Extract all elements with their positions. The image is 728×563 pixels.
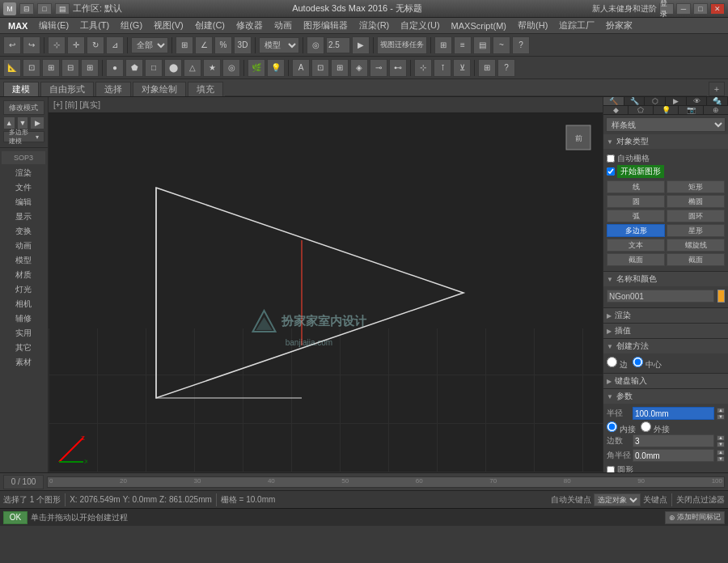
inscribed-radio[interactable] xyxy=(607,421,617,432)
tb2-donut[interactable]: ◎ xyxy=(222,59,240,77)
section-btn[interactable]: 截面 xyxy=(607,253,665,266)
tb-3d[interactable]: 3D xyxy=(234,36,252,54)
tb2-f[interactable]: ⊷ xyxy=(389,59,407,77)
maximize-btn[interactable]: □ xyxy=(693,3,708,15)
tb2-question2[interactable]: ? xyxy=(497,59,515,77)
tb-angle[interactable]: ∠ xyxy=(195,36,213,54)
menu-item-help[interactable]: 帮助(H) xyxy=(513,18,552,33)
sidebar-light[interactable]: 灯光 xyxy=(2,282,45,297)
sidebar-aux[interactable]: 辅修 xyxy=(2,311,45,326)
menu-item-view[interactable]: 视图(V) xyxy=(149,18,188,33)
menu-item-modifier[interactable]: 修改器 xyxy=(231,18,268,33)
tb2-tri[interactable]: △ xyxy=(184,59,201,77)
kbd-input-header[interactable]: ▶ 键盘输入 xyxy=(603,374,728,388)
menu-item-custom[interactable]: 自定义(U) xyxy=(396,18,444,33)
creation-method-header[interactable]: ▼ 创建方法 xyxy=(603,339,728,353)
radius-up[interactable]: ▲ xyxy=(717,408,725,413)
view-dropdown[interactable]: 全部 xyxy=(131,37,168,53)
value-input[interactable] xyxy=(326,37,350,53)
ngon-btn[interactable]: 多边形 xyxy=(607,224,665,237)
panel-tab-create[interactable]: 🔨 xyxy=(603,97,624,105)
tb-scale[interactable]: ⊿ xyxy=(106,36,124,54)
menu-item-trace[interactable]: 追踪工厂 xyxy=(554,18,599,33)
tb2-i[interactable]: ⊻ xyxy=(453,59,471,77)
center-radio[interactable] xyxy=(633,357,643,367)
tb2-cone[interactable]: ⬟ xyxy=(125,59,143,77)
sidebar-other[interactable]: 其它 xyxy=(2,341,45,355)
sidebar-material[interactable]: 材质 xyxy=(2,268,45,282)
corner-up[interactable]: ▲ xyxy=(717,435,725,441)
line-btn[interactable]: 线 xyxy=(607,180,665,193)
tab-add-btn[interactable]: + xyxy=(709,82,725,96)
name-color-header[interactable]: ▼ 名称和颜色 xyxy=(603,272,728,286)
tab-fill[interactable]: 填充 xyxy=(188,82,223,96)
tab-paint[interactable]: 对象绘制 xyxy=(133,82,186,96)
circle-btn[interactable]: 圆 xyxy=(607,195,665,208)
tb-curve[interactable]: ~ xyxy=(493,36,510,54)
minimize-btn[interactable]: ─ xyxy=(676,3,691,15)
rect-btn[interactable]: 矩形 xyxy=(667,180,725,193)
tb2-cyl[interactable]: ⬤ xyxy=(164,59,182,77)
menu-item-tools[interactable]: 工具(T) xyxy=(75,18,114,33)
tb2-grid[interactable]: ⊞ xyxy=(478,59,496,77)
menu-item-maxscript[interactable]: MAXScript(M) xyxy=(447,19,511,32)
arc-btn[interactable]: 弧 xyxy=(607,210,665,222)
autogrid-checkbox[interactable] xyxy=(607,155,615,163)
panel-tab-hier[interactable]: ⬡ xyxy=(645,97,666,105)
tb-layers[interactable]: ▤ xyxy=(473,36,491,54)
tb2-a[interactable]: A xyxy=(292,59,310,77)
tb2-b[interactable]: ⊡ xyxy=(311,59,329,77)
menu-item-bjj[interactable]: 扮家家 xyxy=(601,18,637,33)
circumscribed-radio[interactable] xyxy=(641,421,651,432)
tb2-box[interactable]: □ xyxy=(145,59,163,77)
tb-btn-2[interactable]: □ xyxy=(37,3,52,15)
tab-modeling[interactable]: 建模 xyxy=(3,82,39,96)
menu-item-render[interactable]: 渲染(R) xyxy=(354,18,394,33)
tb-render-target[interactable]: ◎ xyxy=(307,36,324,54)
tb2-g[interactable]: ⊹ xyxy=(414,59,432,77)
interpolation-header[interactable]: ▶ 插值 xyxy=(603,324,728,338)
panel-light-tab[interactable]: 💡 xyxy=(654,106,679,114)
sidebar-file[interactable]: 文件 xyxy=(2,180,45,195)
filter-select[interactable]: 选定对象 xyxy=(594,493,641,506)
tb2-2[interactable]: ⊡ xyxy=(23,59,40,77)
color-swatch[interactable] xyxy=(717,290,725,303)
menu-item-max[interactable]: MAX xyxy=(3,19,32,32)
tb-pct[interactable]: % xyxy=(214,36,232,54)
panel-geometry-tab[interactable]: ◆ xyxy=(603,106,629,114)
sidebar-camera[interactable]: 相机 xyxy=(2,297,45,311)
tb-question[interactable]: ? xyxy=(512,36,530,54)
panel-tab-display[interactable]: 👁 xyxy=(687,97,708,105)
menu-item-group[interactable]: 组(G) xyxy=(116,18,147,33)
circular-checkbox[interactable] xyxy=(607,466,615,472)
tb-mirror[interactable]: ⊞ xyxy=(434,36,452,54)
tb-align[interactable]: ≡ xyxy=(454,36,472,54)
menu-item-create[interactable]: 创建(C) xyxy=(190,18,230,33)
close-btn[interactable]: ✕ xyxy=(710,3,725,15)
tb2-leaf[interactable]: 🌿 xyxy=(248,59,265,77)
sidebar-anim[interactable]: 动画 xyxy=(2,239,45,253)
object-type-header[interactable]: ▼ 对象类型 xyxy=(603,134,728,149)
tb2-d[interactable]: ◈ xyxy=(350,59,368,77)
tb-rotate[interactable]: ↻ xyxy=(87,36,104,54)
corner-down[interactable]: ▼ xyxy=(717,442,725,447)
tb-snap[interactable]: ⊞ xyxy=(176,36,193,54)
tb-select[interactable]: ⊹ xyxy=(48,36,66,54)
viewport-canvas[interactable]: Z X 前 xyxy=(49,113,603,472)
panel-tab-utility[interactable]: 🔩 xyxy=(707,97,728,105)
panel-cam-tab[interactable]: 📷 xyxy=(679,106,704,114)
radius-input[interactable] xyxy=(633,407,714,420)
panel-tab-modify[interactable]: 🔧 xyxy=(624,97,645,105)
tb-arrow[interactable]: ▶ xyxy=(352,36,370,54)
tb2-1[interactable]: 📐 xyxy=(3,59,21,77)
angle-input[interactable] xyxy=(633,449,714,462)
tb2-star[interactable]: ★ xyxy=(203,59,221,77)
radius-down[interactable]: ▼ xyxy=(717,414,725,420)
section-dropdown[interactable]: 样条线 xyxy=(606,117,726,132)
menu-item-anim[interactable]: 动画 xyxy=(269,18,297,33)
ok-btn[interactable]: OK xyxy=(3,511,28,524)
tab-select[interactable]: 选择 xyxy=(95,82,131,96)
name-input[interactable] xyxy=(607,290,714,303)
tb2-h[interactable]: ⊺ xyxy=(434,59,451,77)
sidebar-model[interactable]: 模型 xyxy=(2,253,45,268)
